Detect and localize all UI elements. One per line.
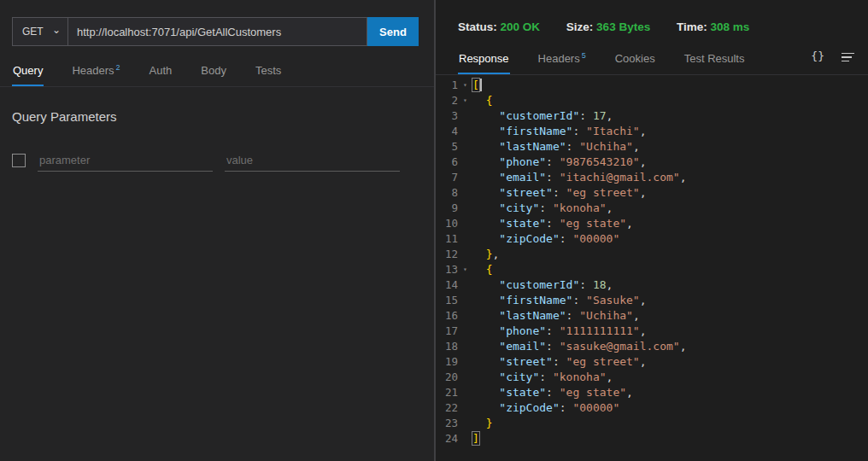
tab-response[interactable]: Response <box>458 47 510 74</box>
code-text: "city": "konoha", <box>472 201 613 216</box>
param-enable-checkbox[interactable] <box>12 154 26 167</box>
fold-spacer <box>458 324 472 339</box>
method-select[interactable]: GET ⌄ <box>12 17 68 46</box>
param-value-input[interactable] <box>225 149 400 172</box>
line-number: 18 <box>436 339 458 354</box>
tab-body[interactable]: Body <box>200 59 227 86</box>
code-text: "customerId": 18, <box>472 277 613 293</box>
tab-tests[interactable]: Tests <box>255 59 282 86</box>
line-number: 1 <box>436 78 458 93</box>
fold-spacer <box>458 201 472 216</box>
query-parameter-row <box>12 149 422 172</box>
code-line: 10 "state": "eg state", <box>436 216 868 231</box>
fold-spacer <box>458 431 472 446</box>
fold-spacer <box>458 370 472 385</box>
request-panel: GET ⌄ http://localhost:7071/api/GetAllCu… <box>0 0 434 461</box>
request-tabs: Query Headers2 Auth Body Tests <box>0 58 434 87</box>
time-value: 308 ms <box>710 20 749 33</box>
fold-arrow-icon[interactable]: ▾ <box>458 93 472 108</box>
line-number: 17 <box>436 324 458 339</box>
code-text: "firstName": "Sasuke", <box>472 293 647 308</box>
code-line: 4 "firstName": "Itachi", <box>436 124 868 139</box>
response-body-editor[interactable]: 1▾[2▾ {3 "customerId": 17,4 "firstName":… <box>436 78 868 446</box>
send-button[interactable]: Send <box>367 17 419 46</box>
line-number: 14 <box>436 277 458 293</box>
fold-spacer <box>458 231 472 247</box>
code-line: 18 "email": "sasuke@gmail.com", <box>436 339 868 354</box>
code-text: { <box>472 93 492 108</box>
code-text: } <box>472 416 492 431</box>
line-number: 15 <box>436 293 458 308</box>
line-number: 12 <box>436 247 458 262</box>
menu-lines-icon[interactable] <box>842 50 854 62</box>
fold-spacer <box>458 170 472 185</box>
code-line: 19 "street": "eg street", <box>436 354 868 370</box>
code-line: 16 "lastName": "Uchiha", <box>436 308 868 324</box>
code-text: }, <box>472 247 499 262</box>
tab-headers-response[interactable]: Headers5 <box>537 46 587 74</box>
fold-spacer <box>458 293 472 308</box>
code-line: 11 "zipCode": "00000" <box>436 231 868 247</box>
fold-arrow-icon[interactable]: ▾ <box>458 262 472 277</box>
code-text: "street": "eg street", <box>472 354 647 370</box>
fold-spacer <box>458 339 472 354</box>
line-number: 5 <box>436 139 458 155</box>
line-number: 13 <box>436 262 458 277</box>
line-number: 2 <box>436 93 458 108</box>
format-json-icon[interactable]: {} <box>811 50 824 62</box>
url-input[interactable]: http://localhost:7071/api/GetAllCustomer… <box>68 17 367 46</box>
status-label: Status: <box>458 20 497 33</box>
fold-spacer <box>458 277 472 293</box>
url-text: http://localhost:7071/api/GetAllCustomer… <box>77 26 281 38</box>
code-text: [ <box>472 78 482 93</box>
code-line: 1▾[ <box>436 78 868 93</box>
fold-spacer <box>458 139 472 155</box>
code-text: "lastName": "Uchiha", <box>472 139 640 155</box>
line-number: 19 <box>436 354 458 370</box>
code-text: "city": "konoha", <box>472 370 613 385</box>
code-line: 3 "customerId": 17, <box>436 108 868 124</box>
response-status-row: Status: 200 OK Size: 363 Bytes Time: 308… <box>436 0 868 33</box>
tab-test-results[interactable]: Test Results <box>683 47 746 74</box>
code-line: 9 "city": "konoha", <box>436 201 868 216</box>
tab-query[interactable]: Query <box>12 59 44 86</box>
fold-spacer <box>458 124 472 139</box>
line-number: 20 <box>436 370 458 385</box>
code-text: "zipCode": "00000" <box>472 400 619 416</box>
fold-spacer <box>458 108 472 124</box>
code-text: "phone": "9876543210", <box>472 155 647 170</box>
line-number: 4 <box>436 124 458 139</box>
code-line: 5 "lastName": "Uchiha", <box>436 139 868 155</box>
tab-headers-request[interactable]: Headers2 <box>71 58 120 86</box>
code-line: 13▾ { <box>436 262 868 277</box>
line-number: 7 <box>436 170 458 185</box>
fold-spacer <box>458 247 472 262</box>
code-text: "zipCode": "00000" <box>472 231 619 247</box>
code-text: "phone": "1111111111", <box>472 324 647 339</box>
line-number: 8 <box>436 185 458 201</box>
line-number: 21 <box>436 385 458 400</box>
code-line: 17 "phone": "1111111111", <box>436 324 868 339</box>
query-parameters-title: Query Parameters <box>12 109 422 124</box>
text-cursor <box>480 79 482 91</box>
fold-spacer <box>458 416 472 431</box>
fold-spacer <box>458 308 472 324</box>
fold-spacer <box>458 354 472 370</box>
tab-auth[interactable]: Auth <box>149 59 173 86</box>
code-line: 21 "state": "eg state", <box>436 385 868 400</box>
tab-cookies[interactable]: Cookies <box>614 47 656 74</box>
code-line: 24] <box>436 431 868 446</box>
code-line: 2▾ { <box>436 93 868 108</box>
code-text: "email": "sasuke@gmail.com", <box>472 339 686 354</box>
code-text: "state": "eg state", <box>472 385 633 400</box>
size-value: 363 Bytes <box>596 20 650 33</box>
response-headers-count-badge: 5 <box>582 51 586 60</box>
code-text: { <box>472 262 492 277</box>
line-number: 16 <box>436 308 458 324</box>
code-line: 12 }, <box>436 247 868 262</box>
code-line: 6 "phone": "9876543210", <box>436 155 868 170</box>
code-text: "state": "eg state", <box>472 216 633 231</box>
code-text: "firstName": "Itachi", <box>472 124 647 139</box>
param-name-input[interactable] <box>38 149 213 172</box>
fold-arrow-icon[interactable]: ▾ <box>458 78 472 93</box>
